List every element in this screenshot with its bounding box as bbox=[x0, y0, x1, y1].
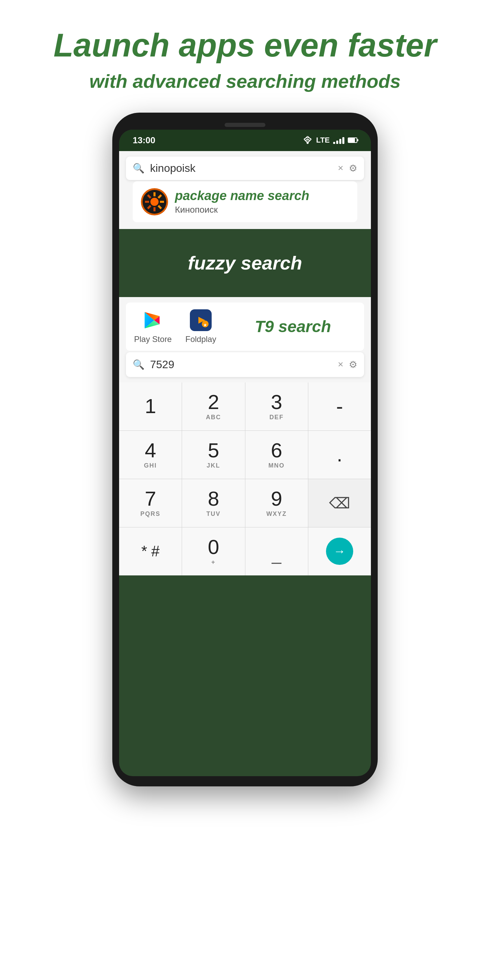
search-input-value[interactable]: kinopoisk bbox=[150, 162, 332, 175]
battery-icon bbox=[348, 137, 357, 143]
t9-apps-row: Play Store Fo bbox=[126, 302, 364, 351]
key-8[interactable]: 8 TUV bbox=[182, 479, 245, 527]
kinopoisk-app-icon bbox=[141, 188, 168, 215]
key-7[interactable]: 7 PQRS bbox=[119, 479, 182, 527]
phone-screen: 13:00 LTE bbox=[119, 130, 371, 776]
app-result-item[interactable]: package name search Кинопоиск bbox=[133, 181, 357, 222]
t9-clear-button[interactable]: × bbox=[338, 359, 343, 370]
key-0[interactable]: 0 + bbox=[182, 527, 245, 576]
keypad-row-4: * # 0 + _ → bbox=[119, 527, 371, 576]
keypad-row-3: 7 PQRS 8 TUV 9 WXYZ ⌫ bbox=[119, 479, 371, 527]
t9-app-foldplay[interactable]: Foldplay bbox=[185, 309, 216, 344]
search-clear-button[interactable]: × bbox=[338, 163, 343, 173]
status-bar: 13:00 LTE bbox=[119, 130, 371, 151]
key-9[interactable]: 9 WXYZ bbox=[245, 479, 308, 527]
key-1[interactable]: 1 bbox=[119, 382, 182, 430]
t9-section: Play Store Fo bbox=[119, 297, 371, 382]
play-store-label: Play Store bbox=[134, 334, 172, 344]
search-bar[interactable]: 🔍 kinopoisk × ⚙ bbox=[126, 156, 364, 180]
fuzzy-label: fuzzy search bbox=[188, 252, 302, 274]
t9-settings-button[interactable]: ⚙ bbox=[349, 359, 357, 370]
keypad-row-2: 4 GHI 5 JKL 6 MNO . bbox=[119, 431, 371, 479]
package-name-label: package name search bbox=[175, 189, 349, 203]
svg-point-2 bbox=[307, 142, 309, 144]
play-store-icon bbox=[142, 309, 164, 331]
page-header: Launch apps even faster with advanced se… bbox=[40, 0, 450, 113]
foldplay-label: Foldplay bbox=[185, 334, 216, 344]
fuzzy-search-area: fuzzy search bbox=[119, 229, 371, 297]
phone-device: 13:00 LTE bbox=[112, 113, 378, 786]
key-underscore[interactable]: _ bbox=[245, 527, 308, 576]
t9-keypad: 1 2 ABC 3 DEF - 4 bbox=[119, 382, 371, 576]
search-settings-button[interactable]: ⚙ bbox=[349, 163, 357, 174]
key-3[interactable]: 3 DEF bbox=[245, 382, 308, 430]
t9-label: T9 search bbox=[230, 317, 356, 336]
key-6[interactable]: 6 MNO bbox=[245, 431, 308, 479]
key-star-hash[interactable]: * # bbox=[119, 527, 182, 576]
search-icon: 🔍 bbox=[133, 163, 145, 174]
key-minus[interactable]: - bbox=[308, 382, 371, 430]
t9-search-bar[interactable]: 🔍 7529 × ⚙ bbox=[126, 352, 364, 377]
signal-icon bbox=[333, 137, 344, 144]
submit-button[interactable]: → bbox=[326, 538, 353, 565]
phone-speaker bbox=[224, 123, 266, 127]
key-dot[interactable]: . bbox=[308, 431, 371, 479]
lte-label: LTE bbox=[316, 136, 330, 145]
wifi-icon bbox=[302, 136, 313, 144]
phone-notch bbox=[119, 123, 371, 127]
main-title: Launch apps even faster bbox=[53, 27, 437, 63]
app-result-text: package name search Кинопоиск bbox=[175, 189, 349, 215]
key-backspace[interactable]: ⌫ bbox=[308, 479, 371, 527]
keypad-row-1: 1 2 ABC 3 DEF - bbox=[119, 382, 371, 431]
key-2[interactable]: 2 ABC bbox=[182, 382, 245, 430]
phone-wrapper: 13:00 LTE bbox=[0, 113, 490, 821]
foldplay-icon bbox=[190, 309, 212, 331]
t9-app-playstore[interactable]: Play Store bbox=[134, 309, 172, 344]
key-4[interactable]: 4 GHI bbox=[119, 431, 182, 479]
key-5[interactable]: 5 JKL bbox=[182, 431, 245, 479]
key-submit[interactable]: → bbox=[308, 527, 371, 576]
status-time: 13:00 bbox=[133, 135, 156, 146]
t9-search-icon: 🔍 bbox=[133, 359, 145, 370]
svg-point-12 bbox=[150, 198, 159, 206]
status-right-icons: LTE bbox=[302, 136, 357, 145]
app-name-russian: Кинопоиск bbox=[175, 205, 349, 215]
sub-title: with advanced searching methods bbox=[53, 70, 437, 92]
search-section: 🔍 kinopoisk × ⚙ bbox=[119, 151, 371, 229]
t9-search-input[interactable]: 7529 bbox=[150, 358, 332, 371]
